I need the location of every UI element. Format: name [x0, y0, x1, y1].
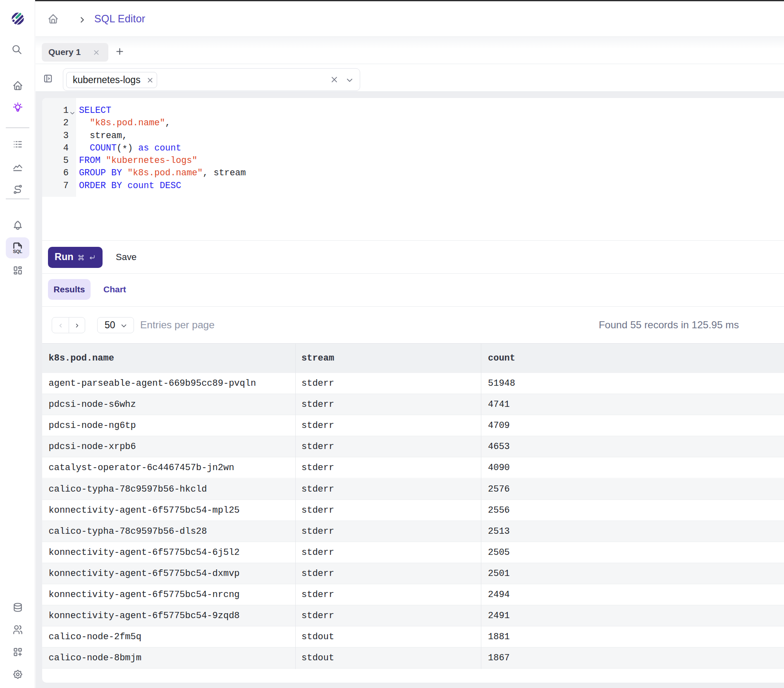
svg-text:SQL: SQL	[13, 249, 22, 254]
